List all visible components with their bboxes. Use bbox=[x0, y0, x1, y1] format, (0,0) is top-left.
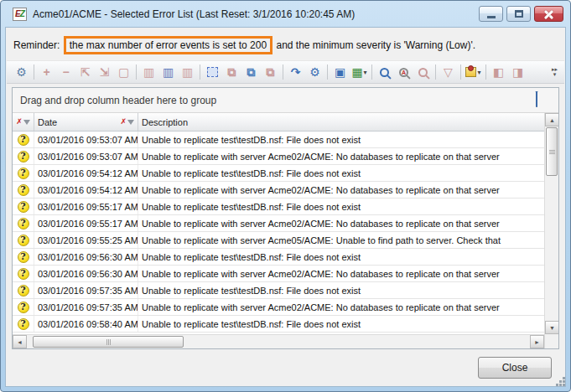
record-next-button[interactable]: ◨ bbox=[508, 63, 527, 81]
table-row[interactable]: ?03/01/2016 09:58:40 AMUnable to replica… bbox=[13, 316, 544, 333]
reminder-highlighted-text: the max number of error events is set to… bbox=[64, 36, 273, 54]
remove-row-button[interactable]: − bbox=[56, 63, 75, 81]
severity-cell: ? bbox=[13, 132, 34, 147]
zoom-button[interactable] bbox=[413, 63, 433, 81]
zoom-find-button[interactable]: A bbox=[394, 63, 413, 81]
annotations-button[interactable]: ▾ bbox=[464, 63, 483, 81]
filter-button[interactable]: ▽ bbox=[439, 63, 458, 81]
popup-view-button[interactable]: ▣ bbox=[330, 63, 350, 81]
toolbar-separator bbox=[34, 64, 34, 80]
title-bar[interactable]: EZ Acme01/ACME - Selected Error List (La… bbox=[1, 1, 570, 27]
table-row[interactable]: ?03/01/2016 09:55:17 AMUnable to replica… bbox=[13, 199, 544, 215]
reminder-text: Reminder: the max number of error events… bbox=[6, 28, 565, 58]
resize-grip[interactable] bbox=[563, 384, 565, 386]
date-cell: 03/01/2016 09:58:40 AM bbox=[34, 316, 138, 332]
group-by-hint: Drag and drop column header here to grou… bbox=[20, 95, 216, 106]
delete-events-button[interactable] bbox=[537, 92, 551, 108]
copy-options-button[interactable]: ⧉ bbox=[261, 63, 280, 81]
close-button[interactable]: Close bbox=[478, 357, 552, 379]
marquee-select-icon bbox=[207, 67, 218, 77]
view-settings-button[interactable]: ⚙ bbox=[12, 63, 31, 81]
filter-icon[interactable]: ✗ bbox=[16, 118, 30, 126]
record-prev-button[interactable]: ◧ bbox=[489, 63, 508, 81]
vertical-scroll-track[interactable] bbox=[545, 177, 558, 321]
group-by-panel[interactable]: Drag and drop column header here to grou… bbox=[13, 88, 558, 113]
header-description-label: Description bbox=[142, 117, 541, 127]
grid-body: ?03/01/2016 09:53:07 AMUnable to replica… bbox=[13, 132, 544, 334]
vertical-scroll-thumb[interactable] bbox=[546, 127, 558, 176]
table-row[interactable]: ?03/01/2016 09:56:30 AMUnable to replica… bbox=[13, 266, 544, 282]
window-controls bbox=[479, 6, 563, 22]
table-row[interactable]: ?03/01/2016 09:53:07 AMUnable to replica… bbox=[13, 132, 544, 148]
toolbar-separator bbox=[435, 64, 436, 80]
scroll-right-button[interactable]: ► bbox=[530, 335, 544, 348]
export-icon: ↷ bbox=[291, 66, 301, 78]
column-chooser-dropdown-icon[interactable]: ▾ bbox=[364, 69, 367, 76]
header-description-column[interactable]: Description bbox=[138, 113, 544, 131]
table-row[interactable]: ?03/01/2016 09:55:17 AMUnable to replica… bbox=[13, 215, 544, 232]
table-row[interactable]: ?03/01/2016 09:54:12 AMUnable to replica… bbox=[13, 165, 544, 182]
table-row[interactable]: ?03/01/2016 09:57:35 AMUnable to replica… bbox=[13, 282, 544, 299]
collapse-groups-icon: ⇲ bbox=[100, 66, 110, 78]
copy-with-headers-icon: ⧉ bbox=[247, 66, 256, 78]
scroll-up-button[interactable]: ▲ bbox=[545, 113, 559, 126]
date-cell: 03/01/2016 09:54:12 AM bbox=[34, 165, 138, 181]
column-fixed-button[interactable]: ▥ bbox=[178, 63, 197, 81]
toolbar-overflow-button[interactable]: ▸▸▾ bbox=[548, 63, 561, 81]
close-window-button[interactable] bbox=[534, 6, 563, 22]
funnel-icon bbox=[127, 120, 134, 125]
description-cell: Unable to replicate with server Acme02/A… bbox=[138, 215, 544, 231]
dialog-footer: Close bbox=[6, 349, 565, 386]
filter-icon[interactable]: ✗ bbox=[120, 118, 134, 126]
select-cells-icon: ▢ bbox=[118, 66, 129, 78]
table-row[interactable]: ?03/01/2016 09:55:25 AMUnable to replica… bbox=[13, 232, 544, 249]
toolbar-separator bbox=[283, 64, 283, 80]
column-split-button[interactable]: ▥ bbox=[139, 63, 158, 81]
copy-options-icon: ⧉ bbox=[267, 66, 275, 78]
description-cell: Unable to replicate with server Acme02/A… bbox=[138, 266, 544, 281]
auto-process-icon: ⚙ bbox=[309, 66, 320, 78]
warning-question-icon: ? bbox=[18, 201, 29, 213]
warning-question-icon: ? bbox=[18, 285, 29, 297]
table-row[interactable]: ?03/01/2016 09:56:30 AMUnable to replica… bbox=[13, 249, 544, 266]
maximize-button[interactable] bbox=[506, 6, 531, 22]
filter-x-glyph: ✗ bbox=[16, 118, 23, 126]
table-row[interactable]: ?03/01/2016 09:54:12 AMUnable to replica… bbox=[13, 182, 544, 199]
warning-question-icon: ? bbox=[18, 251, 29, 263]
column-best-fit-icon: ▥ bbox=[163, 66, 174, 78]
grid-header: ✗ Date ✗ Description bbox=[13, 113, 544, 132]
header-severity-column[interactable]: ✗ bbox=[13, 113, 34, 131]
horizontal-scrollbar[interactable]: ◄ ► bbox=[13, 334, 544, 348]
add-row-button[interactable]: + bbox=[37, 63, 56, 81]
copy-with-headers-button[interactable]: ⧉ bbox=[241, 63, 261, 81]
horizontal-scroll-thumb[interactable] bbox=[33, 336, 184, 348]
minimize-button[interactable] bbox=[479, 6, 503, 22]
zoom-find-icon: A bbox=[399, 68, 408, 77]
scroll-down-button[interactable]: ▼ bbox=[545, 321, 559, 334]
warning-question-icon: ? bbox=[18, 218, 29, 230]
table-row[interactable]: ?03/01/2016 09:57:35 AMUnable to replica… bbox=[13, 299, 544, 316]
warning-question-icon: ? bbox=[18, 134, 29, 146]
collapse-groups-button[interactable]: ⇲ bbox=[95, 63, 114, 81]
severity-cell: ? bbox=[13, 299, 34, 315]
export-button[interactable]: ↷ bbox=[286, 63, 305, 81]
view-settings-icon: ⚙ bbox=[16, 66, 27, 78]
annotations-dropdown-icon[interactable]: ▾ bbox=[477, 69, 480, 76]
column-chooser-button[interactable]: ▦▾ bbox=[350, 63, 369, 81]
date-cell: 03/01/2016 09:55:25 AM bbox=[34, 232, 138, 248]
copy-button[interactable]: ⧉ bbox=[222, 63, 241, 81]
scroll-left-button[interactable]: ◄ bbox=[13, 335, 27, 348]
toolbar-separator bbox=[327, 64, 328, 80]
header-date-column[interactable]: Date ✗ bbox=[34, 113, 138, 131]
scroll-grip bbox=[106, 339, 111, 345]
warning-question-icon: ? bbox=[18, 168, 29, 179]
marquee-select-button[interactable] bbox=[203, 63, 222, 81]
column-best-fit-button[interactable]: ▥ bbox=[158, 63, 178, 81]
expand-groups-button[interactable]: ⇱ bbox=[75, 63, 95, 81]
description-cell: Unable to replicate test\testDB.nsf: Fil… bbox=[138, 316, 544, 332]
table-row[interactable]: ?03/01/2016 09:53:07 AMUnable to replica… bbox=[13, 148, 544, 165]
zoom-fit-button[interactable] bbox=[375, 63, 394, 81]
select-cells-button[interactable]: ▢ bbox=[114, 63, 133, 81]
auto-process-button[interactable]: ⚙ bbox=[305, 63, 324, 81]
vertical-scrollbar[interactable]: ▲ ▼ bbox=[544, 113, 558, 348]
